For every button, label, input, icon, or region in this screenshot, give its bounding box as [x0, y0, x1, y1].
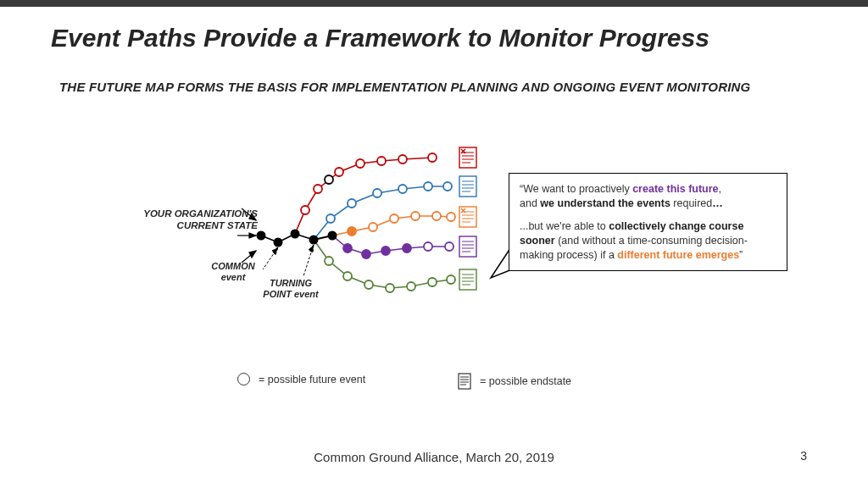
label-current-state: YOUR ORGANIZATION'S CURRENT STATE [139, 208, 258, 232]
svg-point-22 [443, 182, 452, 191]
callout-box: “We want to proactively create this futu… [509, 173, 787, 271]
callout-line3: ...but we're able to collectively change… [520, 219, 776, 263]
callout-line1: “We want to proactively create this futu… [520, 182, 776, 197]
event-path-diagram [212, 142, 500, 329]
svg-point-19 [373, 189, 381, 197]
svg-point-6 [291, 230, 300, 239]
svg-point-34 [445, 242, 453, 251]
label-current-l1: YOUR ORGANIZATION'S [143, 208, 258, 219]
label-common-l1: COMMON [211, 261, 254, 271]
slide-subtitle: THE FUTURE MAP FORMS THE BASIS FOR IMPLE… [59, 80, 750, 94]
svg-marker-45 [249, 233, 256, 238]
svg-point-33 [424, 242, 432, 251]
window-topbar [0, 0, 868, 7]
svg-point-35 [325, 257, 333, 265]
svg-point-29 [343, 244, 352, 252]
svg-point-26 [411, 212, 420, 220]
slide-title: Event Paths Provide a Framework to Monit… [51, 24, 709, 53]
svg-point-15 [428, 153, 437, 162]
svg-point-38 [386, 284, 394, 292]
svg-point-8 [328, 231, 337, 241]
svg-point-14 [398, 155, 407, 164]
svg-rect-53 [459, 176, 476, 197]
svg-point-18 [348, 199, 356, 208]
svg-point-24 [369, 223, 377, 231]
label-current-l2: CURRENT STATE [177, 220, 258, 230]
legend-endstate: = possible endstate [458, 373, 571, 390]
svg-point-39 [407, 282, 415, 291]
svg-point-17 [326, 214, 335, 223]
label-common-l2: event [221, 272, 246, 282]
label-turning-l2: POINT event [263, 289, 318, 299]
svg-point-4 [257, 231, 266, 241]
doc-icon [458, 373, 471, 390]
callout-line2: and we understand the events required… [520, 197, 776, 211]
page-number: 3 [800, 449, 807, 463]
svg-point-23 [348, 227, 356, 236]
legend-event-text: = possible future event [259, 374, 365, 385]
svg-point-9 [301, 206, 309, 214]
svg-point-32 [403, 244, 411, 252]
svg-point-25 [390, 214, 398, 223]
svg-point-21 [424, 182, 432, 191]
slide: Event Paths Provide a Framework to Monit… [0, 7, 868, 488]
svg-rect-56 [459, 269, 476, 290]
endstate-icons [459, 147, 476, 290]
circle-icon [237, 373, 250, 385]
svg-point-10 [314, 185, 322, 193]
svg-point-36 [343, 272, 352, 280]
svg-point-20 [398, 185, 407, 193]
svg-point-41 [447, 275, 455, 284]
svg-point-30 [362, 250, 370, 258]
svg-rect-55 [459, 236, 476, 257]
label-common-event: COMMON event [208, 261, 259, 283]
svg-point-16 [325, 175, 333, 184]
svg-marker-51 [309, 245, 314, 252]
svg-point-13 [377, 157, 386, 165]
legend-event: = possible future event [237, 373, 365, 385]
svg-point-40 [428, 278, 437, 286]
svg-rect-59 [459, 374, 470, 389]
svg-point-11 [335, 168, 343, 176]
svg-point-5 [274, 238, 283, 247]
footer-text: Common Ground Alliance, March 20, 2019 [0, 450, 868, 464]
svg-point-7 [309, 236, 319, 245]
legend-endstate-text: = possible endstate [480, 375, 571, 387]
svg-point-28 [447, 213, 455, 221]
svg-point-27 [432, 212, 441, 220]
svg-marker-47 [249, 251, 256, 258]
label-turning-l1: TURNING [270, 278, 312, 288]
svg-point-31 [381, 247, 390, 255]
svg-point-12 [356, 159, 364, 168]
label-turning-point: TURNING POINT event [253, 278, 329, 300]
svg-point-37 [364, 280, 373, 289]
svg-marker-49 [272, 247, 278, 255]
